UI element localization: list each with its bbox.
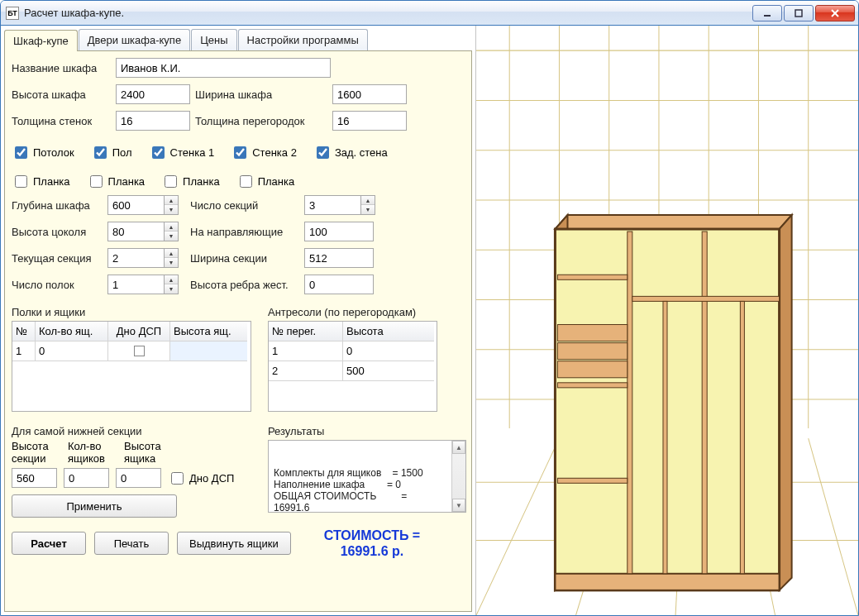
lower-group-label: Для самой нижней секции xyxy=(12,425,251,437)
wall-thick-input[interactable] xyxy=(116,111,190,131)
chevron-up-icon[interactable]: ▲ xyxy=(165,222,178,232)
tab-bar: Шкаф-купе Двери шкафа-купе Цены Настройк… xyxy=(4,29,472,50)
depth-input[interactable] xyxy=(107,195,164,215)
name-input[interactable] xyxy=(116,58,331,78)
svg-rect-30 xyxy=(555,574,779,590)
lower-dno-checkbox[interactable] xyxy=(171,472,184,485)
check-Зад. стена[interactable]: Зад. стена xyxy=(313,144,388,161)
table-row[interactable]: 1 0 xyxy=(269,341,437,361)
section-w-input[interactable] xyxy=(304,248,374,268)
apply-button[interactable]: Применить xyxy=(12,494,177,518)
cur-section-spinner[interactable]: ▲▼ xyxy=(107,248,179,268)
checkbox[interactable] xyxy=(152,146,165,159)
depth-spinner[interactable]: ▲▼ xyxy=(107,195,179,215)
part-thick-label: Толщина перегородок xyxy=(195,115,327,127)
sections-input[interactable] xyxy=(304,195,360,215)
app-window: БТ Расчет шкафа-купе. Шкаф-купе Двери шк… xyxy=(0,0,859,616)
check-label: Планка xyxy=(183,175,220,188)
chevron-up-icon[interactable]: ▲ xyxy=(165,196,178,205)
shelves-group-label: Полки и ящики xyxy=(12,306,251,318)
chevron-down-icon[interactable]: ▼ xyxy=(165,258,178,267)
check-label: Стенка 2 xyxy=(252,146,297,159)
rib-h-input[interactable] xyxy=(304,275,374,294)
shelves-table[interactable]: № Кол-во ящ. Дно ДСП Высота ящ. 1 0 xyxy=(12,321,251,412)
cell-h[interactable]: 0 xyxy=(343,341,434,361)
shelves-n-input[interactable] xyxy=(107,275,164,294)
checkbox[interactable] xyxy=(165,175,177,188)
svg-rect-40 xyxy=(663,301,667,573)
check-Планка[interactable]: Планка xyxy=(87,173,146,190)
th-height: Высота ящ. xyxy=(170,322,247,341)
table-row[interactable]: 2 500 xyxy=(269,361,437,381)
check-Пол[interactable]: Пол xyxy=(91,144,132,161)
lower-drawer-h-input[interactable] xyxy=(116,468,161,488)
cost-label: СТОИМОСТЬ =16991.6 р. xyxy=(324,528,420,559)
chevron-up-icon[interactable]: ▲ xyxy=(452,441,465,454)
chevron-down-icon[interactable]: ▼ xyxy=(165,232,178,241)
part-thick-input[interactable] xyxy=(332,111,407,131)
chevron-down-icon[interactable]: ▼ xyxy=(165,284,178,294)
maximize-button[interactable] xyxy=(784,5,814,21)
lower-dno-check[interactable]: Дно ДСП xyxy=(168,470,234,487)
eject-drawers-button[interactable]: Выдвинуть ящики xyxy=(177,532,291,555)
svg-rect-33 xyxy=(632,296,780,301)
check-Стенка 2[interactable]: Стенка 2 xyxy=(231,144,297,161)
minimize-button[interactable] xyxy=(752,5,782,21)
sections-label: Число секций xyxy=(190,199,299,212)
check-Планка[interactable]: Планка xyxy=(161,173,220,190)
plinth-h-spinner[interactable]: ▲▼ xyxy=(107,222,179,241)
cell-height[interactable] xyxy=(170,341,247,361)
checkbox[interactable] xyxy=(240,175,252,188)
preview-pane[interactable] xyxy=(476,26,858,615)
rails-input[interactable] xyxy=(304,222,374,241)
svg-rect-1 xyxy=(795,10,802,17)
close-button[interactable] xyxy=(815,5,855,21)
chevron-down-icon[interactable]: ▼ xyxy=(452,499,465,512)
check-label: Планка xyxy=(33,175,70,188)
check-Потолок[interactable]: Потолок xyxy=(12,144,74,161)
width-input[interactable] xyxy=(332,84,407,104)
checkbox[interactable] xyxy=(234,146,246,159)
checkbox[interactable] xyxy=(94,146,107,159)
lower-drawer-n-input[interactable] xyxy=(64,468,109,488)
sections-spinner[interactable]: ▲▼ xyxy=(304,195,375,215)
lower-drawer-h-label: Высота ящика xyxy=(124,440,174,465)
chevron-up-icon[interactable]: ▲ xyxy=(165,275,178,284)
tab-doors[interactable]: Двери шкафа-купе xyxy=(79,29,190,50)
chevron-up-icon[interactable]: ▲ xyxy=(361,196,375,205)
checkbox[interactable] xyxy=(15,146,27,159)
tab-wardrobe[interactable]: Шкаф-купе xyxy=(4,30,78,51)
cur-section-input[interactable] xyxy=(107,248,164,268)
table-row[interactable]: 1 0 xyxy=(12,341,251,361)
check-Планка[interactable]: Планка xyxy=(236,173,295,190)
checkbox[interactable] xyxy=(317,146,329,159)
cell-h[interactable]: 500 xyxy=(343,361,434,381)
checkbox[interactable] xyxy=(15,175,27,188)
checkbox[interactable] xyxy=(90,175,103,188)
cell-dno[interactable] xyxy=(108,341,170,361)
tab-settings[interactable]: Настройки программы xyxy=(238,29,368,50)
tab-prices[interactable]: Цены xyxy=(191,29,236,50)
cell-count[interactable]: 0 xyxy=(36,341,108,361)
svg-marker-26 xyxy=(555,215,791,229)
svg-rect-36 xyxy=(557,478,627,483)
plinth-h-input[interactable] xyxy=(107,222,164,241)
chevron-up-icon[interactable]: ▲ xyxy=(165,249,178,258)
section-w-label: Ширина секции xyxy=(190,252,299,265)
print-button[interactable]: Печать xyxy=(94,532,169,555)
check-Планка[interactable]: Планка xyxy=(12,173,70,190)
shelves-n-spinner[interactable]: ▲▼ xyxy=(107,275,179,294)
antresol-table[interactable]: № перег. Высота 1 0 2 500 xyxy=(268,321,437,412)
titlebar[interactable]: БТ Расчет шкафа-купе. xyxy=(1,1,858,26)
calc-button[interactable]: Расчет xyxy=(12,532,86,555)
cell-n: 1 xyxy=(269,341,343,361)
chevron-down-icon[interactable]: ▼ xyxy=(165,205,178,214)
lower-sec-h-input[interactable] xyxy=(12,468,57,488)
scrollbar[interactable]: ▲ ▼ xyxy=(451,441,465,512)
check-label: Зад. стена xyxy=(335,146,388,159)
check-Стенка 1[interactable]: Стенка 1 xyxy=(149,144,215,161)
height-input[interactable] xyxy=(116,84,190,104)
chevron-down-icon[interactable]: ▼ xyxy=(361,205,375,214)
check-label: Пол xyxy=(112,146,132,159)
svg-rect-39 xyxy=(557,361,627,378)
